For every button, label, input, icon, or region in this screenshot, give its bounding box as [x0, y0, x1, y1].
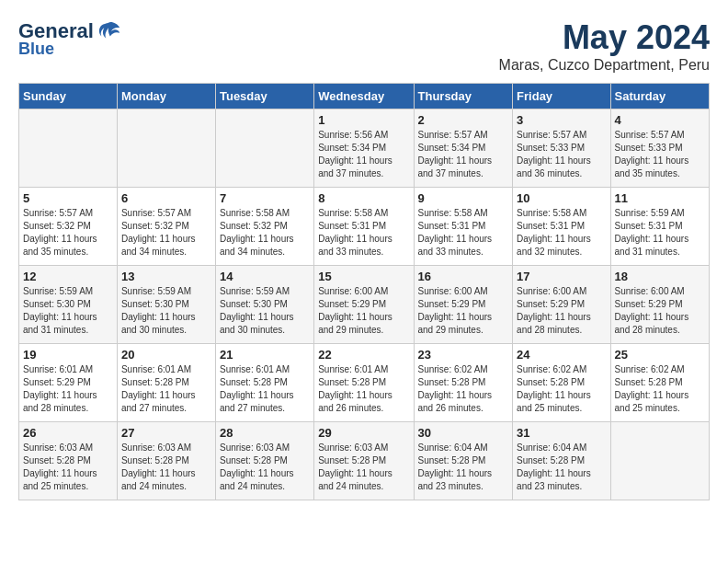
- calendar-cell: 8Sunrise: 5:58 AM Sunset: 5:31 PM Daylig…: [314, 188, 414, 266]
- calendar-cell: 24Sunrise: 6:02 AM Sunset: 5:28 PM Dayli…: [513, 344, 610, 422]
- day-info: Sunrise: 5:57 AM Sunset: 5:32 PM Dayligh…: [121, 207, 211, 259]
- day-number: 9: [418, 191, 509, 205]
- calendar-cell: 13Sunrise: 5:59 AM Sunset: 5:30 PM Dayli…: [117, 266, 215, 344]
- day-number: 27: [121, 426, 211, 440]
- day-number: 10: [517, 191, 606, 205]
- calendar-cell: 10Sunrise: 5:58 AM Sunset: 5:31 PM Dayli…: [513, 188, 610, 266]
- day-number: 21: [220, 348, 310, 362]
- day-info: Sunrise: 5:58 AM Sunset: 5:32 PM Dayligh…: [220, 207, 310, 259]
- weekday-header-tuesday: Tuesday: [215, 84, 313, 109]
- calendar-cell: 20Sunrise: 6:01 AM Sunset: 5:28 PM Dayli…: [117, 344, 215, 422]
- day-info: Sunrise: 5:59 AM Sunset: 5:30 PM Dayligh…: [121, 285, 211, 337]
- day-number: 14: [220, 270, 310, 283]
- day-info: Sunrise: 5:58 AM Sunset: 5:31 PM Dayligh…: [318, 207, 409, 259]
- calendar-cell: 12Sunrise: 5:59 AM Sunset: 5:30 PM Dayli…: [19, 266, 118, 344]
- calendar-week-5: 26Sunrise: 6:03 AM Sunset: 5:28 PM Dayli…: [19, 422, 710, 500]
- calendar-cell: 23Sunrise: 6:02 AM Sunset: 5:28 PM Dayli…: [414, 344, 513, 422]
- day-number: 22: [318, 348, 409, 362]
- day-number: 3: [517, 113, 606, 127]
- day-number: 16: [418, 270, 509, 283]
- logo-bird-icon: [96, 18, 121, 44]
- calendar-week-4: 19Sunrise: 6:01 AM Sunset: 5:29 PM Dayli…: [19, 344, 710, 422]
- weekday-header-monday: Monday: [117, 84, 215, 109]
- day-info: Sunrise: 6:01 AM Sunset: 5:28 PM Dayligh…: [220, 363, 310, 415]
- calendar-cell: [215, 109, 313, 188]
- calendar-cell: 11Sunrise: 5:59 AM Sunset: 5:31 PM Dayli…: [610, 188, 709, 266]
- day-info: Sunrise: 5:58 AM Sunset: 5:31 PM Dayligh…: [517, 207, 606, 259]
- weekday-header-friday: Friday: [513, 84, 610, 109]
- day-number: 4: [615, 113, 705, 127]
- day-info: Sunrise: 5:59 AM Sunset: 5:30 PM Dayligh…: [23, 285, 113, 337]
- day-number: 12: [23, 270, 113, 283]
- day-info: Sunrise: 6:03 AM Sunset: 5:28 PM Dayligh…: [121, 442, 211, 493]
- day-info: Sunrise: 6:02 AM Sunset: 5:28 PM Dayligh…: [418, 363, 509, 415]
- calendar-cell: 6Sunrise: 5:57 AM Sunset: 5:32 PM Daylig…: [117, 188, 215, 266]
- calendar-cell: 16Sunrise: 6:00 AM Sunset: 5:29 PM Dayli…: [414, 266, 513, 344]
- day-number: 2: [418, 113, 509, 127]
- day-number: 13: [121, 270, 211, 283]
- day-number: 7: [220, 191, 310, 205]
- calendar-cell: 14Sunrise: 5:59 AM Sunset: 5:30 PM Dayli…: [215, 266, 313, 344]
- day-info: Sunrise: 6:00 AM Sunset: 5:29 PM Dayligh…: [418, 285, 509, 337]
- calendar-cell: 30Sunrise: 6:04 AM Sunset: 5:28 PM Dayli…: [414, 422, 513, 500]
- day-number: 31: [517, 426, 606, 440]
- calendar-week-3: 12Sunrise: 5:59 AM Sunset: 5:30 PM Dayli…: [19, 266, 710, 344]
- day-number: 20: [121, 348, 211, 362]
- calendar-cell: 26Sunrise: 6:03 AM Sunset: 5:28 PM Dayli…: [19, 422, 118, 500]
- day-number: 19: [23, 348, 113, 362]
- title-block: May 2024 Maras, Cuzco Department, Peru: [499, 18, 710, 74]
- calendar-cell: 28Sunrise: 6:03 AM Sunset: 5:28 PM Dayli…: [215, 422, 313, 500]
- day-info: Sunrise: 5:57 AM Sunset: 5:32 PM Dayligh…: [23, 207, 113, 259]
- calendar-cell: [117, 109, 215, 188]
- day-info: Sunrise: 6:00 AM Sunset: 5:29 PM Dayligh…: [615, 285, 705, 337]
- month-title: May 2024: [499, 18, 710, 57]
- day-info: Sunrise: 6:00 AM Sunset: 5:29 PM Dayligh…: [517, 285, 606, 337]
- day-info: Sunrise: 5:57 AM Sunset: 5:34 PM Dayligh…: [418, 129, 509, 180]
- calendar-cell: 27Sunrise: 6:03 AM Sunset: 5:28 PM Dayli…: [117, 422, 215, 500]
- location-text: Maras, Cuzco Department, Peru: [499, 57, 710, 74]
- day-number: 29: [318, 426, 409, 440]
- day-info: Sunrise: 5:57 AM Sunset: 5:33 PM Dayligh…: [615, 129, 705, 180]
- weekday-header-sunday: Sunday: [19, 84, 118, 109]
- calendar-cell: 19Sunrise: 6:01 AM Sunset: 5:29 PM Dayli…: [19, 344, 118, 422]
- calendar-table: SundayMondayTuesdayWednesdayThursdayFrid…: [18, 83, 710, 500]
- day-number: 6: [121, 191, 211, 205]
- day-number: 30: [418, 426, 509, 440]
- calendar-cell: 2Sunrise: 5:57 AM Sunset: 5:34 PM Daylig…: [414, 109, 513, 188]
- day-number: 17: [517, 270, 606, 283]
- day-number: 11: [615, 191, 705, 205]
- day-info: Sunrise: 6:02 AM Sunset: 5:28 PM Dayligh…: [517, 363, 606, 415]
- day-number: 18: [615, 270, 705, 283]
- day-info: Sunrise: 5:57 AM Sunset: 5:33 PM Dayligh…: [517, 129, 606, 180]
- day-number: 5: [23, 191, 113, 205]
- calendar-cell: 17Sunrise: 6:00 AM Sunset: 5:29 PM Dayli…: [513, 266, 610, 344]
- calendar-cell: 1Sunrise: 5:56 AM Sunset: 5:34 PM Daylig…: [314, 109, 414, 188]
- calendar-cell: 15Sunrise: 6:00 AM Sunset: 5:29 PM Dayli…: [314, 266, 414, 344]
- day-info: Sunrise: 5:58 AM Sunset: 5:31 PM Dayligh…: [418, 207, 509, 259]
- calendar-week-1: 1Sunrise: 5:56 AM Sunset: 5:34 PM Daylig…: [19, 109, 710, 188]
- day-info: Sunrise: 6:04 AM Sunset: 5:28 PM Dayligh…: [517, 442, 606, 493]
- day-info: Sunrise: 6:02 AM Sunset: 5:28 PM Dayligh…: [615, 363, 705, 415]
- calendar-cell: 29Sunrise: 6:03 AM Sunset: 5:28 PM Dayli…: [314, 422, 414, 500]
- day-number: 25: [615, 348, 705, 362]
- calendar-cell: 18Sunrise: 6:00 AM Sunset: 5:29 PM Dayli…: [610, 266, 709, 344]
- calendar-header: SundayMondayTuesdayWednesdayThursdayFrid…: [19, 84, 710, 109]
- calendar-cell: 3Sunrise: 5:57 AM Sunset: 5:33 PM Daylig…: [513, 109, 610, 188]
- logo-text-blue: Blue: [18, 40, 54, 59]
- calendar-week-2: 5Sunrise: 5:57 AM Sunset: 5:32 PM Daylig…: [19, 188, 710, 266]
- calendar-cell: 7Sunrise: 5:58 AM Sunset: 5:32 PM Daylig…: [215, 188, 313, 266]
- day-number: 24: [517, 348, 606, 362]
- logo: General Blue: [18, 18, 121, 59]
- calendar-cell: [19, 109, 118, 188]
- day-number: 15: [318, 270, 409, 283]
- calendar-cell: 4Sunrise: 5:57 AM Sunset: 5:33 PM Daylig…: [610, 109, 709, 188]
- day-number: 28: [220, 426, 310, 440]
- day-info: Sunrise: 6:03 AM Sunset: 5:28 PM Dayligh…: [23, 442, 113, 493]
- day-info: Sunrise: 5:59 AM Sunset: 5:31 PM Dayligh…: [615, 207, 705, 259]
- calendar-cell: 25Sunrise: 6:02 AM Sunset: 5:28 PM Dayli…: [610, 344, 709, 422]
- day-info: Sunrise: 6:01 AM Sunset: 5:29 PM Dayligh…: [23, 363, 113, 415]
- day-info: Sunrise: 6:04 AM Sunset: 5:28 PM Dayligh…: [418, 442, 509, 493]
- day-number: 23: [418, 348, 509, 362]
- weekday-header-wednesday: Wednesday: [314, 84, 414, 109]
- calendar-cell: 22Sunrise: 6:01 AM Sunset: 5:28 PM Dayli…: [314, 344, 414, 422]
